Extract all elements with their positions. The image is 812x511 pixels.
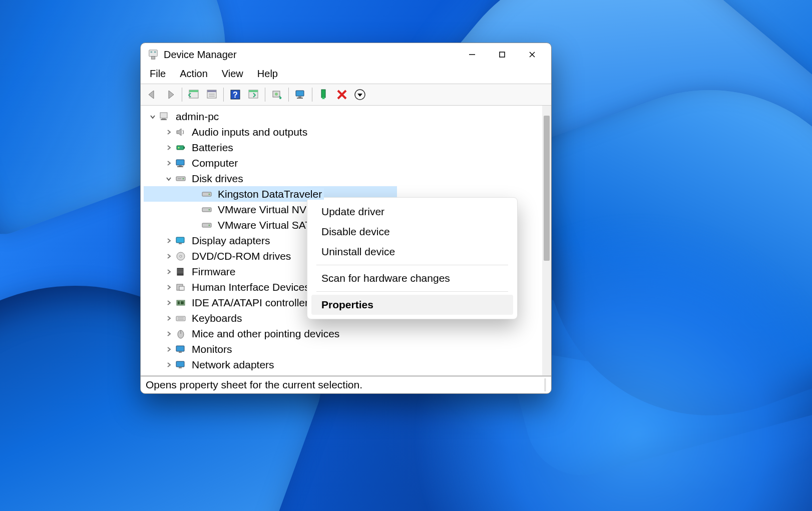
help-button[interactable]: ?	[227, 86, 244, 103]
svg-rect-58	[181, 301, 184, 304]
svg-rect-59	[176, 316, 185, 321]
properties-button[interactable]	[203, 86, 220, 103]
chevron-right-icon[interactable]	[164, 298, 174, 308]
update-driver-button[interactable]	[245, 86, 262, 103]
tree-label: DVD/CD-ROM drives	[190, 250, 293, 262]
tree-label: Mice and other pointing devices	[190, 328, 341, 339]
dvd-icon	[175, 251, 187, 261]
tree-label: Firmware	[190, 266, 238, 277]
tree-category-monitors[interactable]: Monitors	[144, 341, 542, 357]
action-dropdown-button[interactable]	[351, 86, 368, 103]
ctx-properties[interactable]: Properties	[311, 295, 513, 315]
tree-label: Batteries	[190, 142, 235, 153]
chevron-down-icon[interactable]	[148, 112, 158, 122]
back-button[interactable]	[144, 86, 161, 103]
ctx-disable-device[interactable]: Disable device	[311, 222, 513, 242]
tree-label: Monitors	[190, 343, 234, 355]
chevron-down-icon[interactable]	[164, 174, 174, 184]
enable-device-button[interactable]	[315, 86, 332, 103]
svg-rect-11	[207, 90, 216, 92]
monitor-icon	[175, 344, 187, 354]
tree-label: Keyboards	[190, 312, 244, 324]
svg-text:?: ?	[233, 91, 238, 99]
svg-point-45	[209, 224, 210, 226]
statusbar-text: Opens property sheet for the current sel…	[146, 379, 362, 391]
svg-rect-23	[297, 98, 303, 99]
menu-help[interactable]: Help	[257, 68, 278, 80]
chevron-right-icon[interactable]	[164, 236, 174, 246]
ctx-update-driver[interactable]: Update driver	[311, 202, 513, 222]
chevron-right-icon[interactable]	[164, 251, 174, 261]
chevron-right-icon[interactable]	[164, 282, 174, 292]
tree-category-network[interactable]: Network adapters	[144, 357, 542, 372]
svg-rect-1	[151, 52, 153, 53]
svg-point-41	[209, 193, 210, 195]
svg-rect-21	[296, 91, 304, 96]
battery-icon	[175, 143, 187, 153]
ctx-separator	[316, 265, 508, 265]
ctx-uninstall-device[interactable]: Uninstall device	[311, 242, 513, 262]
chevron-right-icon[interactable]	[164, 313, 174, 323]
svg-rect-28	[160, 113, 167, 118]
tree-category-computer[interactable]: Computer	[144, 155, 542, 171]
svg-rect-64	[176, 346, 184, 351]
svg-rect-0	[149, 50, 158, 57]
titlebar[interactable]: Device Manager	[141, 43, 551, 66]
svg-rect-24	[321, 90, 325, 98]
forward-button[interactable]	[162, 86, 179, 103]
tree-category-mice[interactable]: Mice and other pointing devices	[144, 326, 542, 341]
minimize-button[interactable]	[457, 43, 487, 66]
menubar: File Action View Help	[141, 66, 551, 84]
show-hidden-button[interactable]	[185, 86, 202, 103]
chevron-right-icon[interactable]	[164, 127, 174, 137]
svg-point-49	[180, 255, 182, 257]
chevron-right-icon[interactable]	[164, 360, 174, 370]
svg-rect-55	[179, 286, 184, 290]
svg-point-43	[209, 209, 210, 210]
mouse-icon	[175, 329, 187, 339]
chevron-right-icon[interactable]	[164, 143, 174, 153]
menu-view[interactable]: View	[222, 68, 243, 80]
tree-category-audio[interactable]: Audio inputs and outputs	[144, 124, 542, 140]
svg-rect-3	[151, 57, 155, 60]
add-legacy-button[interactable]	[292, 86, 309, 103]
tree-category-disk-drives[interactable]: Disk drives	[144, 171, 542, 186]
maximize-button[interactable]	[487, 43, 517, 66]
keyboard-icon	[175, 313, 187, 323]
tree-category-batteries[interactable]: Batteries	[144, 140, 542, 155]
chevron-right-icon[interactable]	[164, 344, 174, 354]
tree-root[interactable]: admin-pc	[144, 109, 542, 124]
svg-rect-29	[162, 118, 166, 119]
chevron-right-icon[interactable]	[164, 267, 174, 277]
svg-point-38	[183, 178, 184, 179]
svg-rect-32	[184, 147, 185, 149]
svg-rect-2	[154, 52, 156, 53]
chevron-right-icon[interactable]	[164, 329, 174, 339]
vertical-scrollbar[interactable]	[542, 106, 551, 375]
svg-rect-57	[178, 301, 180, 304]
ctx-scan-hardware[interactable]: Scan for hardware changes	[311, 268, 513, 288]
tree-label: Disk drives	[190, 173, 245, 184]
computer-icon	[175, 158, 187, 168]
window-title: Device Manager	[164, 49, 237, 61]
uninstall-device-button[interactable]	[333, 86, 350, 103]
tree-label: IDE ATA/ATAPI controllers	[190, 297, 316, 308]
menu-file[interactable]: File	[150, 68, 166, 80]
scan-hardware-button[interactable]	[268, 86, 285, 103]
chevron-right-icon[interactable]	[164, 158, 174, 168]
svg-rect-22	[298, 96, 301, 98]
scrollbar-thumb[interactable]	[544, 116, 550, 261]
svg-rect-9	[189, 90, 198, 92]
tree-root-label: admin-pc	[174, 111, 221, 122]
tree-label: Display adapters	[190, 235, 272, 246]
svg-rect-46	[176, 237, 184, 243]
svg-point-20	[279, 97, 281, 99]
svg-rect-36	[177, 166, 183, 167]
svg-rect-17	[249, 90, 258, 92]
svg-rect-35	[179, 165, 182, 166]
close-button[interactable]	[517, 43, 547, 66]
disk-icon	[201, 220, 213, 230]
menu-action[interactable]: Action	[180, 68, 208, 80]
svg-rect-31	[177, 146, 184, 150]
svg-rect-67	[179, 367, 182, 368]
